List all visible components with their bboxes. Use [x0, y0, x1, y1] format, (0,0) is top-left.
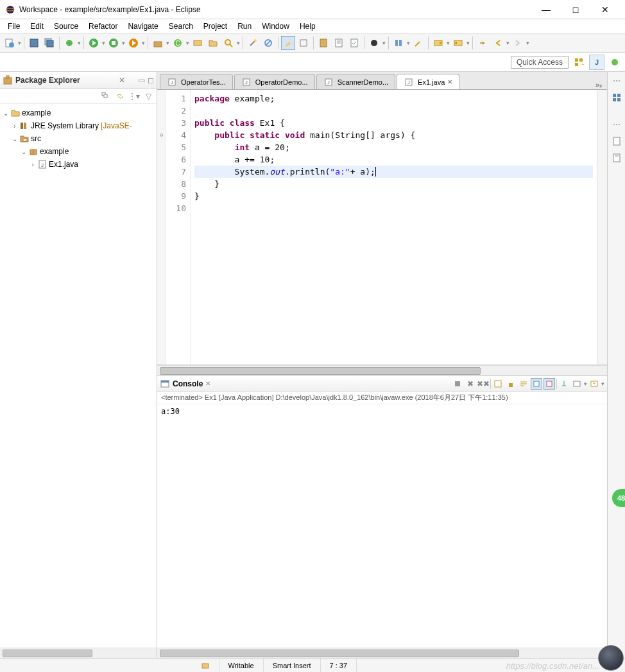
tab-close-icon[interactable]: ✕: [447, 78, 452, 85]
console-view: Console ✕ ✖ ✖✖ ▾ +▾ <t: [157, 375, 607, 658]
java-perspective-icon[interactable]: J: [589, 55, 604, 70]
outline-icon[interactable]: [610, 91, 623, 104]
show-console-on-err-icon[interactable]: [544, 378, 555, 390]
overview-ruler[interactable]: [597, 90, 607, 365]
svg-rect-72: [574, 381, 580, 386]
tab-scanner-demo[interactable]: JScannerDemo...: [316, 74, 395, 89]
tree-src[interactable]: ⌄ src: [1, 132, 155, 145]
remove-all-icon[interactable]: ✖✖: [477, 378, 489, 390]
terminate-icon[interactable]: [452, 378, 463, 390]
back-icon[interactable]: [491, 36, 505, 50]
prev-annotation-icon[interactable]: [451, 36, 465, 50]
tree-package[interactable]: ⌄ example: [1, 145, 155, 158]
run-last-icon[interactable]: [126, 36, 141, 50]
menu-refactor[interactable]: Refactor: [83, 21, 123, 32]
tree-project[interactable]: ⌄ example: [1, 107, 155, 119]
coverage-icon[interactable]: [107, 36, 121, 50]
package-explorer-tree[interactable]: ⌄ example › JRE System Library [JavaSE- …: [0, 104, 157, 648]
menu-search[interactable]: Search: [164, 21, 198, 32]
link-editor-icon[interactable]: [114, 90, 126, 102]
next-annotation-icon[interactable]: [431, 36, 445, 50]
save-icon[interactable]: [27, 36, 41, 50]
status-build-icon[interactable]: [192, 659, 219, 672]
menu-help[interactable]: Help: [295, 21, 321, 32]
quick-access[interactable]: Quick Access: [511, 56, 569, 69]
pin-icon[interactable]: [391, 36, 406, 50]
open-console-icon[interactable]: +: [588, 378, 600, 390]
debug-icon[interactable]: [62, 36, 76, 50]
debug-perspective-icon[interactable]: [607, 55, 622, 70]
menu-file[interactable]: File: [3, 21, 25, 32]
show-console-on-out-icon[interactable]: [531, 378, 542, 390]
new-icon[interactable]: [3, 36, 17, 50]
editor-scroll-x[interactable]: [157, 365, 607, 375]
line-gutter[interactable]: 1 2 3 ⊖4 5 6 7 8 9 10: [166, 90, 191, 365]
filters-icon[interactable]: ⋮▾: [128, 90, 140, 102]
sidebar-scroll-x[interactable]: [0, 648, 157, 658]
display-selected-console-icon[interactable]: [571, 378, 583, 390]
word-wrap-icon[interactable]: [518, 378, 529, 390]
new-class-icon[interactable]: C: [171, 36, 185, 50]
highlight-icon[interactable]: [281, 36, 295, 50]
svg-rect-71: [547, 381, 552, 386]
paste-icon[interactable]: [316, 36, 330, 50]
open-type-icon[interactable]: [191, 36, 205, 50]
console-tab-close-icon[interactable]: ✕: [205, 380, 210, 387]
svg-text:+: +: [581, 62, 584, 67]
view-maximize-icon[interactable]: ◻: [148, 76, 154, 85]
new-package-icon[interactable]: [151, 36, 165, 50]
tabs-overflow[interactable]: »₂: [590, 81, 607, 89]
tab-operator-test[interactable]: JOperatorTes...: [160, 74, 233, 89]
code-editor[interactable]: package example; public class Ex1 { publ…: [191, 90, 597, 365]
cursor-icon[interactable]: [411, 36, 425, 50]
trim-restore-icon[interactable]: ⋯: [610, 74, 623, 87]
maximize-button[interactable]: □: [561, 0, 590, 19]
tasks-icon[interactable]: [610, 135, 623, 148]
clear-console-icon[interactable]: [492, 378, 504, 390]
open-perspective-icon[interactable]: +: [571, 55, 586, 70]
bookmarks-icon[interactable]: [610, 151, 623, 164]
trim-restore2-icon[interactable]: ⋯: [610, 118, 623, 131]
wand-icon[interactable]: [246, 36, 260, 50]
view-minimize-icon[interactable]: ▭: [138, 76, 145, 85]
menu-edit[interactable]: Edit: [25, 21, 49, 32]
save-all-icon[interactable]: [42, 36, 56, 50]
forward-icon[interactable]: [511, 36, 525, 50]
remove-launch-icon[interactable]: ✖: [465, 378, 476, 390]
editor-area: JOperatorTes... JOperatorDemo... JScanne…: [157, 72, 607, 658]
menu-run[interactable]: Run: [232, 21, 257, 32]
console-scroll-x[interactable]: [157, 648, 607, 658]
view-close-icon[interactable]: ✕: [119, 76, 125, 85]
menu-window[interactable]: Window: [257, 21, 295, 32]
collapse-all-icon[interactable]: [100, 90, 112, 102]
last-edit-icon[interactable]: [475, 36, 490, 50]
svg-rect-69: [509, 383, 513, 387]
console-output[interactable]: a:30: [157, 404, 607, 648]
sheet-icon[interactable]: [332, 36, 346, 50]
folder-icon[interactable]: [206, 36, 220, 50]
svg-rect-40: [575, 58, 578, 62]
minimize-button[interactable]: —: [531, 0, 561, 19]
tab-ex1[interactable]: JEx1.java✕: [397, 74, 459, 89]
tree-jre[interactable]: › JRE System Library [JavaSE-: [1, 119, 155, 132]
java-file-icon: J: [167, 77, 177, 87]
close-button[interactable]: ✕: [590, 0, 620, 19]
search-icon[interactable]: [221, 36, 235, 50]
skip-breakpoints-icon[interactable]: [261, 36, 275, 50]
svg-text:J: J: [407, 80, 410, 85]
task-icon[interactable]: [347, 36, 361, 50]
view-menu-icon[interactable]: ▽: [142, 90, 154, 102]
status-insert-mode: Smart Insert: [264, 659, 321, 672]
svg-rect-68: [495, 381, 501, 387]
scroll-lock-icon[interactable]: [505, 378, 517, 390]
run-icon[interactable]: [87, 36, 101, 50]
menu-source[interactable]: Source: [49, 21, 83, 32]
toggle-mark-icon[interactable]: [296, 36, 311, 50]
pin-console-icon[interactable]: [558, 378, 570, 390]
menu-navigate[interactable]: Navigate: [123, 21, 163, 32]
tree-file-ex1[interactable]: › J Ex1.java: [1, 158, 155, 171]
toggle-breadcrumb-icon[interactable]: [367, 36, 381, 50]
tab-operator-demo[interactable]: JOperatorDemo...: [234, 74, 315, 89]
notification-badge[interactable]: 48: [612, 489, 625, 507]
menu-project[interactable]: Project: [198, 21, 232, 32]
